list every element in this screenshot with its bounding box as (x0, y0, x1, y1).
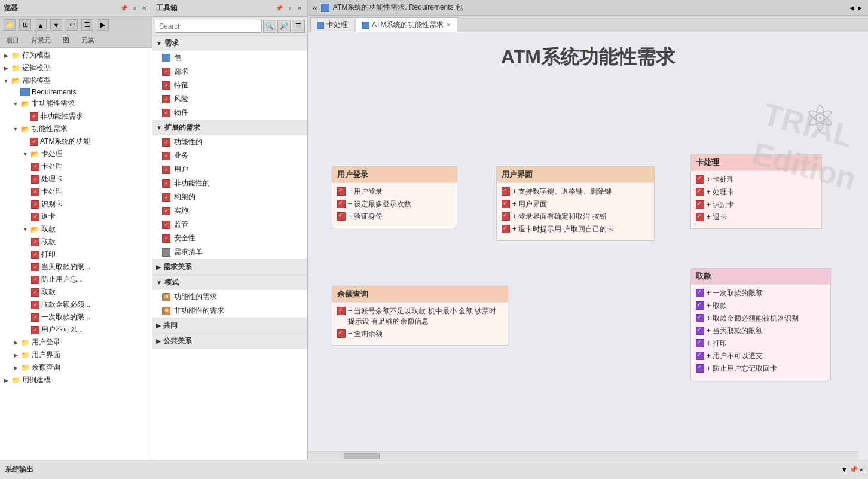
toolbox-item-req-list[interactable]: 需求清单 (152, 245, 307, 259)
toolbox-item-artifact[interactable]: ✓ 物件 (152, 106, 307, 120)
tab-project[interactable]: 项目 (2, 35, 23, 46)
h-scrollbar[interactable] (308, 451, 858, 460)
box-balance-body: + 当账号余额不足以取款 机中最小 金额 钞票时提示设 有足够的余额信息 + 查… (332, 303, 508, 345)
toggle-balance[interactable]: ▶ (12, 364, 19, 371)
toolbox-item-risk[interactable]: ✓ 风险 (152, 92, 307, 106)
tree-item-requirements[interactable]: Requirements (0, 87, 152, 97)
tree-item-w4[interactable]: ✓ 防止用户忘... (0, 273, 152, 286)
toggle-user-interface[interactable]: ▶ (12, 352, 19, 359)
browser-close-btn[interactable]: ✕ (140, 4, 148, 12)
grid-btn[interactable]: ⊞ (19, 19, 31, 31)
fwd-btn[interactable]: ▶ (97, 19, 109, 31)
tree-item-nonfunc-folder[interactable]: ▼ 📂 非功能性需求 (0, 97, 152, 110)
tree-item-card-folder[interactable]: ▼ 📂 卡处理 (0, 148, 152, 160)
toggle-requirements[interactable] (12, 89, 19, 96)
toolbox-item-func-pattern[interactable]: ⚙ 功能性的需求 (152, 290, 307, 304)
tree-item-card-3[interactable]: ✓ 卡处理 (0, 185, 152, 198)
tree-item-balance-folder[interactable]: ▶ 📁 余额查询 (0, 361, 152, 374)
tree-item-card-5[interactable]: ✓ 退卡 (0, 210, 152, 223)
req-icon-nonfunc: ✓ (30, 112, 38, 121)
toolbox-section-reqrel-header[interactable]: ▶ 需求关系 (152, 260, 307, 274)
bottom-nav-down[interactable]: ▼ (841, 466, 848, 474)
toggle-use-case[interactable]: ▶ (2, 377, 10, 384)
search-input[interactable] (155, 20, 262, 33)
h-scrollbar-thumb[interactable] (344, 453, 380, 459)
tab-label-atm: ATM系统的功能性需求 (372, 20, 444, 30)
tree-item-card-2[interactable]: ✓ 处理卡 (0, 173, 152, 185)
up-btn[interactable]: ▲ (35, 19, 47, 31)
label-b2: + 查询余额 (348, 329, 383, 339)
toolbox-nav-left[interactable]: « (286, 4, 294, 12)
tree-item-logic-model[interactable]: ▶ 📁 逻辑模型 (0, 62, 152, 74)
toolbox-item-nonfunc-pattern[interactable]: ⚙ 非功能性的需求 (152, 304, 307, 318)
toggle-withdrawal-folder[interactable]: ▼ (22, 226, 29, 233)
toggle-req-model[interactable]: ▼ (2, 77, 10, 84)
tree-item-card-1[interactable]: ✓ 卡处理 (0, 160, 152, 173)
toolbox-pin-btn[interactable]: 📌 (274, 4, 285, 12)
tab-background[interactable]: 背景元 (27, 35, 54, 46)
toolbox-section-patterns-header[interactable]: ▼ 模式 (152, 275, 307, 290)
down-btn[interactable]: ▼ (50, 19, 62, 31)
toolbox-item-nonfunctional[interactable]: ✓ 非功能性的 (152, 176, 307, 190)
nav-arrow-right[interactable]: ► (857, 4, 863, 11)
toolbox-section-pubrel-header[interactable]: ▶ 公共关系 (152, 334, 307, 349)
tree-item-user-interface-folder[interactable]: ▶ 📁 用户界面 (0, 349, 152, 361)
toggle-logic[interactable]: ▶ (2, 65, 10, 72)
tree-item-user-login-folder[interactable]: ▶ 📁 用户登录 (0, 336, 152, 349)
tree-item-w3[interactable]: ✓ 当天取款的限... (0, 261, 152, 273)
toggle-func-folder[interactable]: ▼ (12, 126, 19, 133)
tree-item-atm-func[interactable]: ✓ ATM系统的功能 (0, 135, 152, 148)
toolbox-item-business[interactable]: ✓ 业务 (152, 149, 307, 163)
tree-item-card-4[interactable]: ✓ 识别卡 (0, 198, 152, 210)
browser-nav-left[interactable]: « (131, 4, 138, 12)
toolbox-section-ext-header[interactable]: ▼ 扩展的需求 (152, 120, 307, 135)
back-btn[interactable]: ↩ (66, 19, 78, 31)
bottom-nav-left[interactable]: « (860, 466, 863, 474)
label-package: 包 (174, 53, 181, 63)
bottom-pin[interactable]: 📌 (849, 466, 858, 474)
toolbox-item-functional[interactable]: ✓ 功能性的 (152, 135, 307, 149)
tree-item-w2[interactable]: ✓ 打印 (0, 248, 152, 261)
tree-item-w7[interactable]: ✓ 一次取款的限... (0, 311, 152, 324)
menu-btn[interactable]: ☰ (81, 19, 93, 31)
toolbox-item-package[interactable]: 包 (152, 51, 307, 65)
tab-diagram[interactable]: 图 (59, 35, 73, 46)
breadcrumb-nav-btn[interactable]: « (313, 3, 317, 13)
toggle-nonfunc-folder[interactable]: ▼ (12, 100, 19, 108)
toolbox-item-req[interactable]: ✓ 需求 (152, 65, 307, 78)
toolbox-item-feature[interactable]: ✓ 特征 (152, 78, 307, 92)
folder-btn[interactable]: 📁 (4, 19, 16, 31)
tree-item-behavior-model[interactable]: ▶ 📁 行为模型 (0, 49, 152, 62)
tree-item-nonfunc-req[interactable]: ✓ 非功能性需求 (0, 110, 152, 123)
toolbox-section-common-header[interactable]: ▶ 共同 (152, 318, 307, 333)
canvas-area[interactable]: ATM系统功能性需求 TRIALEdition ⚛ 用户登录 (308, 32, 868, 460)
browser-pin-btn[interactable]: 📌 (118, 4, 129, 12)
toolbox-item-regulation[interactable]: ✓ 监管 (152, 218, 307, 231)
toolbox-item-user[interactable]: ✓ 用户 (152, 163, 307, 176)
nav-arrow-left[interactable]: ◄ (848, 4, 855, 11)
toggle-behavior[interactable]: ▶ (2, 52, 10, 59)
tab-atm-requirements[interactable]: ATM系统的功能性需求 ✕ (356, 17, 457, 32)
tree-item-w1[interactable]: ✓ 取款 (0, 236, 152, 248)
search-menu-btn[interactable]: ☰ (292, 20, 305, 33)
tab-card-process[interactable]: 卡处理 (310, 17, 354, 32)
search-btn[interactable]: 🔍 (263, 20, 276, 33)
tree-item-w5[interactable]: ✓ 取款 (0, 286, 152, 298)
tree-item-use-case[interactable]: ▶ 📁 用例建模 (0, 374, 152, 386)
tree-item-req-model[interactable]: ▼ 📂 需求模型 (0, 74, 152, 87)
toggle-card-folder[interactable]: ▼ (22, 151, 29, 158)
tree-item-w6[interactable]: ✓ 取款金额必须... (0, 298, 152, 311)
toolbox-close-btn[interactable]: ✕ (295, 4, 304, 12)
tree-item-w8[interactable]: ✓ 用户不可以... (0, 324, 152, 336)
toolbox-item-architecture[interactable]: ✓ 构架的 (152, 190, 307, 204)
tab-close-atm[interactable]: ✕ (446, 22, 451, 28)
toolbox-item-implementation[interactable]: ✓ 实施 (152, 204, 307, 218)
toggle-user-login[interactable]: ▶ (12, 339, 19, 346)
toolbox-item-security[interactable]: ✓ 安全性 (152, 231, 307, 245)
tab-element[interactable]: 元素 (78, 35, 98, 46)
tree-item-func-folder[interactable]: ▼ 📂 功能性需求 (0, 123, 152, 135)
breadcrumb-bar: « ATM系统的功能性需求. Requirements 包 ◄ ► (308, 0, 868, 16)
search-options-btn[interactable]: 🔎 (277, 20, 291, 33)
tree-item-withdrawal-folder[interactable]: ▼ 📂 取款 (0, 223, 152, 236)
toolbox-section-req-header[interactable]: ▼ 需求 (152, 36, 307, 51)
